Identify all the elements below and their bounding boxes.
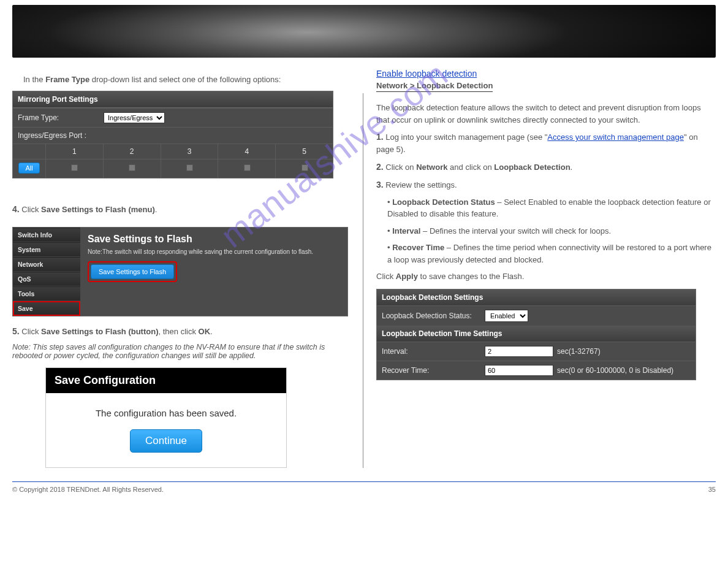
ld-status-select[interactable]: Enabled	[485, 310, 528, 322]
ld-recover-unit: sec(0 or 60-1000000, 0 is Disabled)	[557, 366, 673, 375]
ld-recover-label: Recover Time:	[382, 366, 485, 375]
nav-save[interactable]: Save	[13, 301, 80, 316]
port-col-2: 2	[104, 144, 161, 159]
two-columns: In the Frame Type drop-down list and sel…	[12, 69, 716, 468]
footer-page: 35	[708, 486, 716, 493]
step4-text: Click Save Settings to Flash (menu).	[21, 205, 157, 214]
frame-type-row: Frame Type: Ingress/Egress	[13, 108, 333, 127]
nav-switch-info[interactable]: Switch Info	[13, 228, 80, 242]
access-link[interactable]: Access your switch management page	[547, 132, 684, 142]
step4: 4. Click Save Settings to Flash (menu).	[12, 203, 348, 216]
column-left: In the Frame Type drop-down list and sel…	[12, 69, 348, 468]
frame-type-desc: In the Frame Type drop-down list and sel…	[23, 74, 348, 86]
footer-rule	[12, 481, 716, 482]
loopback-panel: Loopback Detection Settings Loopback Det…	[376, 289, 696, 380]
breadcrumb: Network > Loopback Detection	[376, 81, 493, 92]
ld-title1: Loopback Detection Settings	[377, 289, 696, 305]
frame-type-label: Frame Type:	[18, 113, 104, 122]
confirm-msg: The configuration has been saved.	[46, 393, 286, 429]
nav-network[interactable]: Network	[13, 257, 80, 272]
column-right: Enable loopback detection Network > Loop…	[370, 69, 716, 468]
r-step1: 1. Log into your switch management page …	[376, 131, 716, 156]
footer-copyright: © Copyright 2018 TRENDnet. All Rights Re…	[12, 486, 164, 493]
ld-interval-row: Interval: sec(1-32767)	[377, 342, 696, 361]
r-step3-text: Review the settings.	[385, 180, 457, 190]
header-banner	[12, 5, 716, 58]
ld-interval-input[interactable]	[485, 346, 553, 357]
loopback-heading-link[interactable]: Enable loopback detection	[376, 69, 716, 79]
page-container: manualshive.com In the Frame Type drop-d…	[0, 0, 728, 511]
bullet3: • Recover Time – Defines the time period…	[387, 242, 716, 266]
confirm-box: Save Configuration The configuration has…	[45, 367, 287, 468]
footer: © Copyright 2018 TRENDnet. All Rights Re…	[12, 486, 716, 493]
save-pane-note: Note:The switch will stop responding whi…	[88, 248, 340, 255]
confirm-hdr: Save Configuration	[46, 368, 286, 393]
ld-interval-unit: sec(1-32767)	[557, 347, 601, 356]
port-col-3: 3	[161, 144, 219, 159]
ld-title2: Loopback Detection Time Settings	[377, 326, 696, 342]
nav-qos[interactable]: QoS	[13, 272, 80, 286]
r-step3-num: 3.	[376, 180, 384, 190]
save-pane-title: Save Settings to Flash	[88, 234, 340, 245]
r-step2-num: 2.	[376, 162, 384, 172]
nav-tools[interactable]: Tools	[13, 286, 80, 301]
apply-text: Click Apply to save changes to the Flash…	[376, 270, 716, 283]
port-header: 1 2 3 4 5	[13, 144, 333, 159]
port-hdr-row: Ingress/Egress Port :	[13, 127, 333, 144]
save-settings-button[interactable]: Save Settings to Flash	[91, 264, 174, 279]
r-step1-num: 1.	[376, 132, 384, 142]
port-col-1: 1	[46, 144, 104, 159]
step4-num: 4.	[12, 204, 20, 214]
port-col-5: 5	[276, 144, 333, 159]
ld-status-label: Loopback Detection Status:	[382, 312, 485, 320]
port1-check[interactable]	[71, 164, 78, 171]
port-hdr-empty	[13, 144, 46, 159]
port-row: All	[13, 159, 333, 178]
step5: 5. Click Save Settings to Flash (button)…	[12, 325, 348, 338]
loopback-intro: The loopback detection feature allows th…	[376, 102, 716, 126]
save-pane: Save Settings to Flash Note:The switch w…	[80, 228, 347, 316]
save-nav: Switch Info System Network QoS Tools Sav…	[13, 228, 80, 316]
r-step2-text: Click on Network and click on Loopback D…	[385, 163, 572, 172]
r-step2: 2. Click on Network and click on Loopbac…	[376, 161, 716, 174]
port2-check[interactable]	[129, 164, 135, 171]
save-btn-outline: Save Settings to Flash	[88, 261, 177, 282]
mirroring-panel: Mirroring Port Settings Frame Type: Ingr…	[12, 91, 333, 178]
b2a: Interval	[392, 226, 420, 236]
save-note: Note: This step saves all configuration …	[12, 343, 348, 360]
b2b: – Defines the interval your switch will …	[420, 226, 611, 236]
port-hdr-label: Ingress/Egress Port :	[18, 131, 86, 140]
step5-num: 5.	[12, 326, 20, 336]
nav-system[interactable]: System	[13, 242, 80, 257]
port4-check[interactable]	[244, 164, 251, 171]
r-step3: 3. Review the settings.	[376, 178, 716, 191]
all-button[interactable]: All	[18, 163, 39, 174]
b3a: Recover Time	[392, 243, 444, 252]
ld-recover-input[interactable]	[485, 365, 553, 376]
port-col-4: 4	[218, 144, 276, 159]
step5-text: Click Save Settings to Flash (button), t…	[21, 327, 212, 336]
ld-recover-row: Recover Time: sec(0 or 60-1000000, 0 is …	[377, 361, 696, 380]
port5-check[interactable]	[301, 164, 308, 171]
port3-check[interactable]	[186, 164, 193, 171]
r-step1-a: Log into your switch management page (se…	[385, 132, 547, 142]
b1a: Loopback Detection Status	[392, 197, 495, 207]
bullet1: • Loopback Detection Status – Select Ena…	[387, 196, 716, 220]
mirroring-title: Mirroring Port Settings	[13, 91, 333, 108]
ld-interval-label: Interval:	[382, 347, 485, 356]
ld-status-row: Loopback Detection Status: Enabled	[377, 305, 696, 326]
save-ui: Switch Info System Network QoS Tools Sav…	[12, 227, 348, 316]
continue-button[interactable]: Continue	[130, 429, 202, 453]
frame-type-select[interactable]: Ingress/Egress	[104, 112, 165, 123]
bullet2: • Interval – Defines the interval your s…	[387, 225, 716, 237]
